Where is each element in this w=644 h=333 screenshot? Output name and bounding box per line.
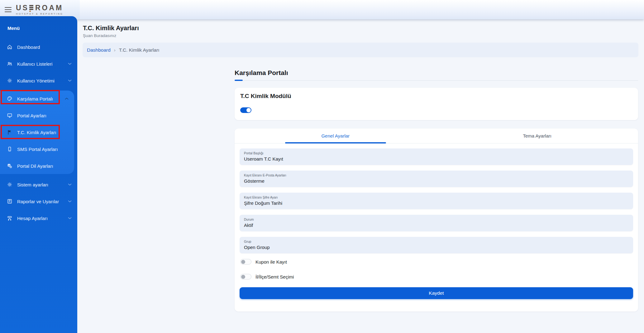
field-label: Kayıt Ekranı Şifre Ayarı bbox=[244, 195, 629, 199]
sidebar-expanded-group: Karşılama Portalı Portal Ayarları T.C. K… bbox=[0, 91, 74, 174]
users-icon bbox=[7, 61, 12, 67]
sidebar-item-portal-dil-ayarlari[interactable]: Portal Dil Ayarları bbox=[0, 159, 74, 173]
sidebar-item-tc-kimlik-ayarlari[interactable]: T.C. Kimlik Ayarları bbox=[0, 125, 74, 139]
main-content: T.C. Kimlik Ayarları Şuan Buradasınız Da… bbox=[77, 19, 644, 333]
chevron-down-icon bbox=[68, 79, 72, 82]
page-title: T.C. Kimlik Ayarları bbox=[83, 25, 644, 32]
network-icon bbox=[7, 215, 12, 221]
field-portal-basligi[interactable]: Portal Başlığı Useroam T.C Kayıt bbox=[240, 148, 633, 165]
app-logo[interactable]: USROAM HOTSPOT & REPORTING bbox=[16, 4, 63, 15]
section-divider bbox=[235, 80, 638, 81]
field-value: Useroam T.C Kayıt bbox=[244, 156, 629, 162]
hamburger-menu-icon[interactable] bbox=[5, 7, 12, 12]
page-header: T.C. Kimlik Ayarları Şuan Buradasınız bbox=[77, 19, 644, 38]
switch-label: Kupon ile Kayıt bbox=[255, 259, 287, 265]
top-header: USROAM HOTSPOT & REPORTING bbox=[0, 0, 644, 19]
logo-wordmark: USROAM bbox=[16, 4, 63, 12]
field-value: Gösterme bbox=[244, 178, 629, 184]
sidebar: Menü Dashboard Kullanıcı Listeleri Kulla… bbox=[0, 16, 77, 333]
tab-genel-ayarlar[interactable]: Genel Ayarlar bbox=[235, 129, 436, 143]
tab-bar: Genel Ayarlar Tema Ayarları bbox=[235, 129, 638, 143]
logo-subtitle: HOTSPOT & REPORTING bbox=[16, 12, 63, 15]
sidebar-item-raporlar-ve-uyarilar[interactable]: Raporlar ve Uyarılar bbox=[0, 195, 77, 208]
field-value: Open Group bbox=[244, 245, 629, 250]
monitor-icon bbox=[7, 113, 12, 118]
breadcrumb-current: T.C. Kimlik Ayarları bbox=[119, 47, 160, 53]
gear-icon bbox=[7, 78, 12, 83]
kupon-ile-kayit-toggle[interactable] bbox=[240, 259, 251, 265]
module-card: T.C Kimlik Modülü bbox=[235, 88, 638, 120]
sidebar-nav: Dashboard Kullanıcı Listeleri Kullanıcı … bbox=[0, 40, 77, 225]
chevron-up-icon bbox=[65, 97, 69, 100]
settings-section: Karşılama Portalı T.C Kimlik Modülü Gene… bbox=[235, 69, 638, 312]
chevron-down-icon bbox=[68, 63, 72, 65]
section-title: Karşılama Portalı bbox=[235, 69, 638, 77]
field-value: Şifre Doğum Tarihi bbox=[244, 200, 629, 206]
switch-label: İl/İlçe/Semt Seçimi bbox=[255, 274, 294, 279]
field-kayit-ekrani-sifre-ayari[interactable]: Kayıt Ekranı Şifre Ayarı Şifre Doğum Tar… bbox=[240, 193, 633, 209]
flag-icon bbox=[7, 129, 12, 135]
sidebar-item-kullanici-yonetimi[interactable]: Kullanıcı Yönetimi bbox=[0, 74, 77, 87]
sidebar-item-sms-portal-ayarlari[interactable]: SMS Portal Ayarları bbox=[0, 142, 74, 156]
breadcrumb: Dashboard › T.C. Kimlik Ayarları bbox=[83, 43, 638, 57]
field-label: Durum bbox=[244, 218, 629, 221]
field-value: Aktif bbox=[244, 223, 629, 228]
switch-row-kupon-ile-kayit: Kupon ile Kayıt bbox=[240, 259, 633, 265]
sidebar-item-dashboard[interactable]: Dashboard bbox=[0, 40, 77, 54]
sidebar-item-kullanici-listeleri[interactable]: Kullanıcı Listeleri bbox=[0, 57, 77, 71]
palette-icon bbox=[7, 96, 12, 101]
translate-icon bbox=[7, 163, 12, 169]
gear-icon bbox=[7, 182, 12, 187]
chart-icon bbox=[7, 199, 12, 204]
chevron-down-icon bbox=[68, 200, 72, 203]
switch-row-il-ilce-semt-secimi: İl/İlçe/Semt Seçimi bbox=[240, 274, 633, 279]
field-label: Kayıt Ekranı E-Posta Ayarları bbox=[244, 173, 629, 177]
settings-form: Portal Başlığı Useroam T.C Kayıt Kayıt E… bbox=[235, 143, 638, 312]
sidebar-item-hesap-ayarlari[interactable]: Hesap Ayarları bbox=[0, 211, 77, 225]
logo-e-glyph bbox=[29, 5, 33, 10]
home-icon bbox=[7, 44, 12, 50]
page-subtitle: Şuan Buradasınız bbox=[83, 33, 644, 38]
field-durum[interactable]: Durum Aktif bbox=[240, 215, 633, 231]
breadcrumb-separator-icon: › bbox=[114, 47, 116, 53]
save-button[interactable]: Kaydet bbox=[240, 287, 633, 299]
il-ilce-semt-secimi-toggle[interactable] bbox=[240, 274, 251, 279]
field-label: Grup bbox=[244, 240, 629, 243]
field-kayit-ekrani-eposta-ayarlari[interactable]: Kayıt Ekranı E-Posta Ayarları Gösterme bbox=[240, 171, 633, 187]
tc-kimlik-module-toggle[interactable] bbox=[240, 107, 251, 113]
field-grup[interactable]: Grup Open Group bbox=[240, 237, 633, 253]
breadcrumb-dashboard-link[interactable]: Dashboard bbox=[87, 47, 111, 53]
field-label: Portal Başlığı bbox=[244, 151, 629, 155]
settings-card: Genel Ayarlar Tema Ayarları Portal Başlı… bbox=[235, 129, 638, 312]
sidebar-item-portal-ayarlari[interactable]: Portal Ayarları bbox=[0, 109, 74, 122]
tab-tema-ayarlari[interactable]: Tema Ayarları bbox=[436, 129, 638, 143]
chevron-down-icon bbox=[68, 183, 72, 186]
sidebar-menu-heading: Menü bbox=[0, 16, 77, 31]
phone-icon bbox=[7, 146, 12, 152]
sidebar-item-karsilama-portali[interactable]: Karşılama Portalı bbox=[0, 92, 74, 106]
sidebar-item-sistem-ayarlari[interactable]: Sistem ayarları bbox=[0, 178, 77, 191]
module-title: T.C Kimlik Modülü bbox=[240, 93, 632, 100]
chevron-down-icon bbox=[68, 217, 72, 219]
